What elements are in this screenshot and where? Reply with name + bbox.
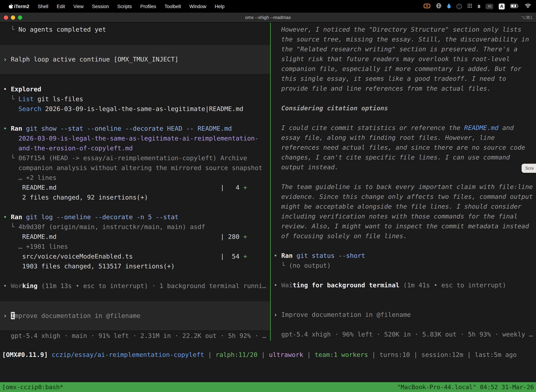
terminal-line: this single essay, it seems like a good … (274, 74, 536, 84)
ralph-loop-banner-line: › Ralph loop active continue [OMX_TMUX_I… (3, 54, 270, 64)
terminal-line: including verification notes with those … (274, 211, 536, 221)
terminal-line: references need actual files, and since … (274, 143, 536, 152)
menu-item-edit[interactable]: Edit (57, 4, 65, 9)
screen-overlay-tab[interactable]: Scre (522, 164, 536, 173)
blank-line (274, 113, 536, 123)
terminal-line: review. Also, I might want to inspect th… (274, 221, 536, 231)
blank-line (274, 93, 536, 103)
terminal-line: of focusing solely on file lines. (274, 231, 536, 241)
terminal-line: └ List git ls-files (3, 94, 270, 104)
blank-line (3, 271, 270, 281)
traffic-lights (0, 15, 22, 19)
blank-line (3, 291, 270, 301)
menu-item-view[interactable]: View (73, 4, 84, 9)
terminal-line: However, I noticed the "Directory Struct… (274, 25, 536, 34)
terminal-line: … +1901 lines (3, 242, 270, 252)
dots-grid-icon[interactable] (468, 4, 472, 9)
menu-item-session[interactable]: Session (92, 4, 109, 9)
terminal-line: README.md | 4 + (3, 183, 270, 192)
minimize-button[interactable] (11, 15, 15, 19)
terminal-line: slight risk that future readers may over… (274, 54, 536, 64)
terminal-line: might be acceptable alongside the file l… (274, 202, 536, 211)
menu-item-shell[interactable]: Shell (38, 4, 48, 9)
prompt-input-line[interactable]: › Improve documentation in @filename (3, 311, 270, 321)
omx-status-bar: [OMX#0.11.9] cczip/essay/ai-reimplementa… (0, 350, 536, 360)
blank-line (274, 241, 536, 251)
session-status-line: gpt-5.4 xhigh · main · 91% left · 2.31M … (3, 331, 270, 341)
waiting-status: • Waiting for background terminal (1m 41… (274, 280, 536, 290)
terminal-line: essay file, along with finding root file… (274, 133, 536, 143)
disc-icon[interactable] (457, 4, 462, 9)
macos-menu-bar: iTerm2ShellEditViewSessionScriptsProfile… (0, 0, 536, 13)
blank-line (274, 271, 536, 280)
terminal-line: • Explored (3, 84, 270, 94)
blank-line (3, 75, 270, 84)
zoom-button[interactable] (18, 15, 22, 19)
terminal-line: └ 4b9d30f (origin/main, instructkr/main,… (3, 222, 270, 232)
blank-line (3, 202, 270, 212)
terminal-line: └ 067f154 (HEAD -> essay/ai-reimplementa… (3, 153, 270, 163)
terminal-line: companion analysis without altering the … (3, 163, 270, 173)
menu-item-help[interactable]: Help (215, 4, 225, 9)
tmux-session-label: [omx-cczip0:bash* (2, 383, 63, 391)
input-source-icon[interactable]: A (499, 3, 505, 9)
terminal-line: └ No agents completed yet (3, 25, 270, 34)
right-terminal-pane[interactable]: However, I noticed the "Directory Struct… (271, 23, 536, 341)
terminal-line: I could cite commit statistics or refere… (274, 123, 536, 133)
terminal-line: provide file and line references from th… (274, 84, 536, 93)
screen-recording-indicator[interactable] (424, 3, 431, 9)
ralph-loop-banner: › Ralph loop active continue [OMX_TMUX_I… (0, 44, 270, 75)
terminal-line: evidence. Since this change only affects… (274, 192, 536, 202)
meter-badge-icon[interactable]: .61 (486, 4, 493, 9)
window-shortcut-badge: ⌥⌘1 (521, 15, 536, 20)
terminal-bottom-space (0, 360, 536, 382)
blank-line (3, 114, 270, 124)
terminal-line: src/voice/voiceModeEnabled.ts | 54 + (3, 252, 270, 261)
terminal-line: • Ran git status --short (274, 251, 536, 261)
tmux-status-bar: [omx-cczip0:bash* "MacBook-Pro-44.local"… (0, 382, 536, 392)
globe-icon[interactable] (436, 3, 442, 9)
prompt-input[interactable]: › Improve documentation in @filename (0, 301, 270, 331)
menu-item-toolbelt[interactable]: Toolbelt (165, 4, 181, 9)
menu-item-profiles[interactable]: Profiles (140, 4, 156, 9)
working-status: • Working (11m 13s • esc to interrupt) ·… (3, 281, 270, 291)
left-terminal-pane[interactable]: └ No agents completed yet› Ralph loop ac… (0, 23, 270, 341)
screen: iTerm2ShellEditViewSessionScriptsProfile… (0, 0, 536, 392)
blank-line (3, 34, 270, 44)
menu-items: iTerm2ShellEditViewSessionScriptsProfile… (14, 4, 225, 9)
apple-menu-icon[interactable] (9, 3, 13, 9)
terminal-line: companion file, especially if more comme… (274, 64, 536, 74)
battery-icon[interactable] (510, 4, 519, 9)
blank-line (274, 172, 536, 182)
water-drop-icon[interactable] (447, 3, 451, 9)
thinking-heading: Considering citation options (274, 103, 536, 113)
menu-item-scripts[interactable]: Scripts (117, 4, 132, 9)
prompt-input[interactable]: › Improve documentation in @filename (274, 310, 536, 320)
menu-bar-status-icons: 8 .61 A (424, 3, 531, 9)
terminal-line: The team guideline is to back every impo… (274, 182, 536, 192)
terminal-line: • Ran git log --oneline --decorate -n 5 … (3, 212, 270, 222)
tmux-host-clock: "MacBook-Pro-44.local" 04:52 31-Mar-26 (397, 383, 534, 391)
window-title-bar[interactable]: omx --xhigh --madmax ⌥⌘1 (0, 13, 536, 23)
blank-line (274, 320, 536, 330)
menu-item-window[interactable]: Window (189, 4, 206, 9)
terminal-line: └ (no output) (274, 261, 536, 271)
blank-line (274, 300, 536, 310)
blank-line (274, 290, 536, 300)
keyboard-layout-icon[interactable]: 8 (478, 4, 480, 9)
terminal-line: … +2 lines (3, 173, 270, 183)
terminal-line: 2026-03-09-is-legal-the-same-as-legitima… (3, 134, 270, 143)
window-title: omx --xhigh --madmax (0, 15, 536, 20)
terminal-line: 1903 files changed, 513517 insertions(+) (3, 261, 270, 271)
session-status-line: gpt-5.4 xhigh · 96% left · 520K in · 5.8… (274, 330, 536, 339)
terminal-line: • Ran git show --stat --oneline --decora… (3, 124, 270, 134)
close-button[interactable] (4, 15, 8, 19)
terminal-line: output instead. (274, 162, 536, 172)
terminal-line: the "Related research writing" section i… (274, 44, 536, 54)
menu-item-iterm2[interactable]: iTerm2 (14, 4, 29, 9)
wifi-icon[interactable] (525, 4, 531, 9)
terminal-line: Search 2026-03-09-is-legal-the-same-as-l… (3, 104, 270, 114)
terminal-line: the source tree, missing the essay. Stil… (274, 34, 536, 44)
terminal-line: 2 files changed, 92 insertions(+) (3, 192, 270, 202)
terminal-panes: └ No agents completed yet› Ralph loop ac… (0, 23, 536, 341)
